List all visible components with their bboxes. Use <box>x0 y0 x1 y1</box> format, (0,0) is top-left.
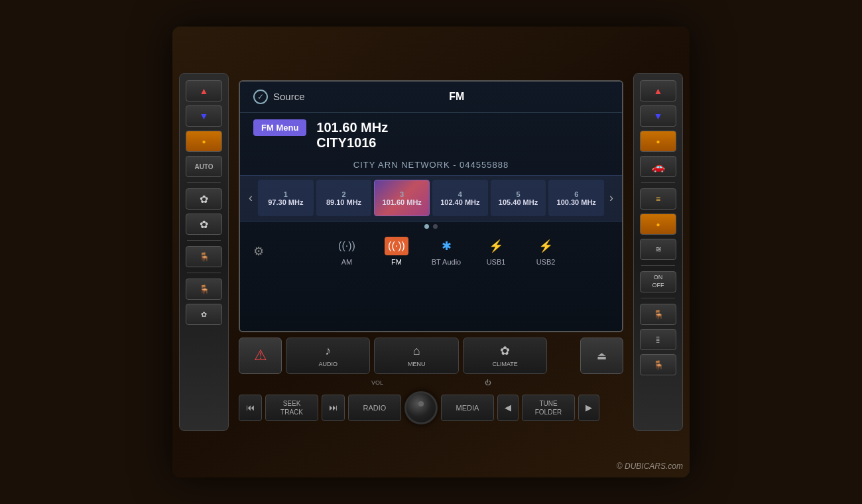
source-opt-usb1[interactable]: ⚡ USB1 <box>478 237 515 266</box>
right-down-btn[interactable]: ▼ <box>640 105 676 127</box>
fm-menu-button[interactable]: FM Menu <box>253 119 306 136</box>
left-up-btn[interactable]: ▲ <box>186 80 222 101</box>
separator2 <box>187 240 220 241</box>
heated-rear-btn[interactable]: ≋ <box>640 239 676 260</box>
power-label: ⏻ <box>485 379 491 386</box>
source-opt-bt-audio[interactable]: ✱ BT Audio <box>428 237 465 266</box>
source-label-0: AM <box>341 258 353 266</box>
station-info: FM Menu 101.60 MHz CITY1016 <box>240 113 622 155</box>
dot-2 <box>433 224 438 229</box>
menu-label: MENU <box>408 361 426 367</box>
knob-marker <box>418 401 424 407</box>
preset-item-4[interactable]: 4 102.40 MHz <box>432 180 488 216</box>
preset-freq-6: 100.30 MHz <box>557 198 596 206</box>
transport-labels: VOL ⏻ <box>239 379 623 386</box>
right-seat-btn-2[interactable]: ⣿ <box>640 329 676 350</box>
eject-icon: ⏏ <box>597 349 607 362</box>
preset-num-3: 3 <box>400 190 404 198</box>
separator <box>187 182 220 183</box>
preset-freq-1: 97.30 MHz <box>268 198 303 206</box>
left-control-panel: ▲ ▼ ● AUTO ✿ ✿ 🪑 🪑 ✿ <box>179 73 229 431</box>
right-separator2 <box>641 265 674 266</box>
preset-dots <box>240 221 622 231</box>
preset-num-2: 2 <box>341 190 345 198</box>
preset-item-1[interactable]: 1 97.30 MHz <box>258 180 314 216</box>
prev-tune-btn[interactable]: ◀ <box>497 395 519 421</box>
network-info: CITY ARN NETWORK - 044555888 <box>240 155 622 175</box>
source-label-4: USB2 <box>536 258 556 266</box>
right-separator1 <box>641 182 674 183</box>
preset-freq-3: 101.60 MHz <box>383 198 422 206</box>
audio-label: AUDIO <box>318 361 338 367</box>
fm-title: FM <box>305 91 609 103</box>
right-up-btn[interactable]: ▲ <box>640 80 676 101</box>
right-seat-btn-1[interactable]: 🪑 <box>640 304 676 325</box>
hazard-button[interactable]: ⚠ <box>239 338 282 374</box>
rear-window-btn[interactable]: ≡ <box>640 188 676 210</box>
source-label-2: BT Audio <box>432 258 461 266</box>
center-section: ✓ Source FM FM Menu 101.60 MHz CITY1016 … <box>232 80 630 424</box>
source-label-3: USB1 <box>487 258 506 266</box>
next-seek-btn[interactable]: ⏭ <box>322 395 345 421</box>
seek-track-btn[interactable]: SEEKTRACK <box>265 395 318 421</box>
volume-knob[interactable] <box>404 391 438 424</box>
preset-num-4: 4 <box>458 190 462 198</box>
menu-button[interactable]: ⌂ MENU <box>374 338 458 374</box>
car-panel: ▲ ▼ ● AUTO ✿ ✿ 🪑 🪑 ✿ ✓ Source FM <box>172 27 690 477</box>
car-icon-btn[interactable]: 🚗 <box>640 156 676 177</box>
source-opt-fm[interactable]: ((·)) FM <box>379 237 415 266</box>
next-tune-btn[interactable]: ▶ <box>578 395 599 421</box>
preset-freq-5: 105.40 MHz <box>499 198 538 206</box>
seat-btn-3[interactable]: ✿ <box>186 304 222 325</box>
infotainment-screen: ✓ Source FM FM Menu 101.60 MHz CITY1016 … <box>239 80 623 332</box>
prev-preset-arrow[interactable]: ‹ <box>243 191 258 205</box>
preset-item-3[interactable]: 3 101.60 MHz <box>374 180 430 216</box>
fan-low-btn[interactable]: ✿ <box>186 188 222 210</box>
right-control-panel: ▲ ▼ ● 🚗 ≡ ● ≋ ONOFF 🪑 ⣿ 🪑 <box>633 73 683 431</box>
hazard-icon: ⚠ <box>254 347 267 364</box>
preset-item-2[interactable]: 2 89.10 MHz <box>316 180 372 216</box>
station-name: CITY1016 <box>316 135 609 151</box>
preset-num-6: 6 <box>574 190 578 198</box>
prev-seek-btn[interactable]: ⏮ <box>239 395 262 421</box>
left-amber-indicator: ● <box>186 131 222 152</box>
right-seat-btn-3[interactable]: 🪑 <box>640 354 676 375</box>
next-preset-arrow[interactable]: › <box>604 191 619 205</box>
eject-button[interactable]: ⏏ <box>580 338 623 374</box>
preset-num-1: 1 <box>284 190 288 198</box>
vol-label: VOL <box>371 379 383 386</box>
preset-item-6[interactable]: 6 100.30 MHz <box>548 180 604 216</box>
separator3 <box>187 273 220 273</box>
on-off-button[interactable]: ONOFF <box>640 271 676 292</box>
menu-icon: ⌂ <box>413 344 420 358</box>
radio-label: RADIO <box>363 404 387 412</box>
audio-button[interactable]: ♪ AUDIO <box>286 338 370 374</box>
preset-freq-4: 102.40 MHz <box>440 198 479 206</box>
tune-folder-btn[interactable]: TUNEFOLDER <box>522 395 575 421</box>
seat-btn-1[interactable]: 🪑 <box>186 246 222 267</box>
radio-btn[interactable]: RADIO <box>348 395 401 421</box>
transport-bar: ⏮ SEEKTRACK ⏭ RADIO MEDIA ◀ TUNEFOLDER ▶ <box>239 391 623 424</box>
settings-icon[interactable]: ⚙ <box>253 244 264 259</box>
fan-high-btn[interactable]: ✿ <box>186 214 222 235</box>
source-options: ((·)) AM ((·)) FM ✱ BT Audio ⚡ USB1 ⚡ US… <box>284 237 609 266</box>
seat-btn-2[interactable]: 🪑 <box>186 279 222 300</box>
preset-item-5[interactable]: 5 105.40 MHz <box>491 180 546 216</box>
right-separator3 <box>641 298 674 298</box>
climate-label: CLIMATE <box>492 361 517 367</box>
presets-list: 1 97.30 MHz 2 89.10 MHz 3 101.60 MHz 4 1… <box>258 180 604 216</box>
preset-freq-2: 89.10 MHz <box>326 198 361 206</box>
source-bar: ⚙ ((·)) AM ((·)) FM ✱ BT Audio ⚡ USB1 ⚡ … <box>240 231 622 271</box>
auto-btn[interactable]: AUTO <box>186 156 222 177</box>
right-indicator-amber: ● <box>640 214 676 235</box>
station-details: 101.60 MHz CITY1016 <box>316 119 609 151</box>
source-opt-am[interactable]: ((·)) AM <box>329 237 365 266</box>
source-opt-usb2[interactable]: ⚡ USB2 <box>528 237 564 266</box>
dot-1 <box>424 224 429 229</box>
check-icon: ✓ <box>253 90 268 104</box>
left-down-btn[interactable]: ▼ <box>186 105 222 127</box>
media-btn[interactable]: MEDIA <box>441 395 494 421</box>
right-amber-indicator: ● <box>640 131 676 152</box>
top-bar: ✓ Source FM <box>240 82 622 113</box>
climate-button[interactable]: ✿ CLIMATE <box>463 338 547 374</box>
